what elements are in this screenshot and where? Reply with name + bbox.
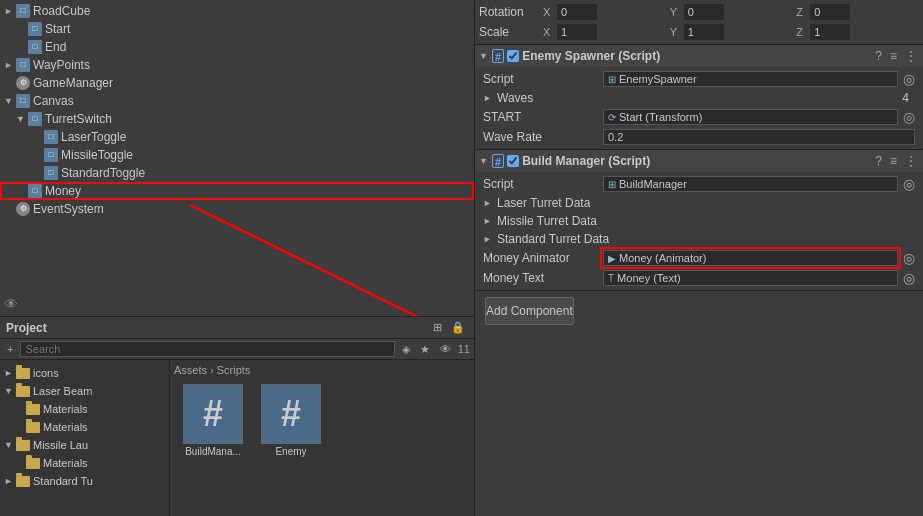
scale-x-input[interactable] (557, 24, 597, 40)
folder-icon (16, 476, 30, 487)
rotation-x-input[interactable] (557, 4, 597, 20)
hierarchy-item-end[interactable]: □ End (0, 38, 474, 56)
scale-z-input[interactable] (810, 24, 850, 40)
selector-btn[interactable]: ◎ (903, 176, 915, 192)
selector-btn[interactable]: ◎ (903, 250, 915, 266)
add-component-btn[interactable]: Add Component (485, 297, 574, 325)
hierarchy-label: GameManager (33, 76, 113, 90)
hierarchy-item-standardtoggle[interactable]: □ StandardToggle (0, 164, 474, 182)
script-name: BuildManager (619, 178, 687, 190)
field-value (603, 129, 915, 145)
money-animator-name: Money (Animator) (619, 252, 706, 264)
z-label: Z (796, 6, 808, 18)
tree-item-materials3[interactable]: Materials (0, 454, 169, 472)
hash-badge: # (492, 154, 504, 168)
add-component-label: Add Component (486, 304, 573, 318)
tree-label: Materials (43, 421, 88, 433)
hierarchy-item-roadcube[interactable]: □ RoadCube (0, 2, 474, 20)
wave-rate-input[interactable] (603, 129, 915, 145)
component-icons: ? ≡ ⋮ (873, 154, 919, 168)
hierarchy-item-missiletoggle[interactable]: □ MissileToggle (0, 146, 474, 164)
hierarchy-label: Canvas (33, 94, 74, 108)
tree-item-materials2[interactable]: Materials (0, 418, 169, 436)
hierarchy-item-eventsystem[interactable]: ⚙ EventSystem (0, 200, 474, 218)
maximize-btn[interactable]: ⊞ (430, 320, 445, 335)
transform-icon: ⟳ (608, 112, 616, 123)
tree-item-materials1[interactable]: Materials (0, 400, 169, 418)
filter-btn[interactable]: ◈ (399, 342, 413, 357)
add-btn[interactable]: + (4, 342, 16, 356)
settings-btn[interactable]: ≡ (888, 154, 899, 168)
hierarchy-item-canvas[interactable]: □ Canvas (0, 92, 474, 110)
missile-foldout[interactable]: Missile Turret Data (479, 212, 919, 230)
standard-foldout[interactable]: Standard Turret Data (479, 230, 919, 248)
selector-btn[interactable]: ◎ (903, 71, 915, 87)
build-manager-header[interactable]: ▼ # Build Manager (Script) ? ≡ ⋮ (475, 150, 923, 172)
expand-arrow (4, 96, 14, 106)
asset-grid: # BuildMana... # Enemy (174, 380, 470, 461)
start-field: START ⟳ Start (Transform) ◎ (479, 107, 919, 127)
laser-foldout[interactable]: Laser Turret Data (479, 194, 919, 212)
asset-item-enemy[interactable]: # Enemy (256, 384, 326, 457)
component-toggle[interactable] (507, 155, 519, 167)
field-value: ▶ Money (Animator) ◎ (603, 250, 915, 266)
arrow-icon (4, 440, 14, 450)
component-toggle[interactable] (507, 50, 519, 62)
search-input[interactable] (20, 341, 394, 357)
lock-btn[interactable]: 🔒 (448, 320, 468, 335)
asset-item-buildmana[interactable]: # BuildMana... (178, 384, 248, 457)
script-icon: ⊞ (608, 179, 616, 190)
waves-foldout[interactable]: Waves 4 (479, 89, 919, 107)
hierarchy-item-waypoints[interactable]: □ WayPoints (0, 56, 474, 74)
tree-item-standardtu[interactable]: Standard Tu (0, 472, 169, 490)
tree-item-missilelau[interactable]: Missile Lau (0, 436, 169, 454)
hierarchy-item-money[interactable]: □ Money (0, 182, 474, 200)
money-animator-ref: ▶ Money (Animator) (603, 250, 898, 266)
hierarchy-item-turretswitch[interactable]: □ TurretSwitch (0, 110, 474, 128)
expand-arrow (4, 60, 14, 70)
project-panel: Project ⊞ 🔒 + ◈ ★ 👁 11 ► i (0, 316, 474, 516)
folder-icon (26, 404, 40, 415)
star-btn[interactable]: ★ (417, 342, 433, 357)
start-label: START (483, 110, 603, 124)
scale-y-input[interactable] (684, 24, 724, 40)
help-btn[interactable]: ? (873, 154, 884, 168)
visibility-icon[interactable]: 👁 (4, 296, 18, 312)
scale-label: Scale (479, 25, 539, 39)
eye-btn[interactable]: 👁 (437, 342, 454, 356)
tree-item-icons[interactable]: ► icons (0, 364, 169, 382)
help-btn[interactable]: ? (873, 49, 884, 63)
hierarchy-item-lasertoggle[interactable]: □ LaserToggle (0, 128, 474, 146)
gear-icon: ⚙ (16, 202, 30, 216)
hierarchy-item-gamemanager[interactable]: ⚙ GameManager (0, 74, 474, 92)
arrow-icon (4, 476, 14, 486)
rotation-y: Y (670, 4, 793, 20)
inspector-panel: Rotation X Y Z Scale (475, 0, 923, 516)
cube-icon: □ (28, 40, 42, 54)
project-title: Project (6, 321, 426, 335)
standard-label: Standard Turret Data (497, 232, 609, 246)
script-field: Script ⊞ BuildManager ◎ (479, 174, 919, 194)
hierarchy-item-start[interactable]: □ Start (0, 20, 474, 38)
selector-btn[interactable]: ◎ (903, 270, 915, 286)
y-label: Y (670, 26, 682, 38)
selector-btn[interactable]: ◎ (903, 109, 915, 125)
more-btn[interactable]: ⋮ (903, 49, 919, 63)
settings-btn[interactable]: ≡ (888, 49, 899, 63)
more-btn[interactable]: ⋮ (903, 154, 919, 168)
hash-icon: # (203, 393, 223, 435)
rotation-z-input[interactable] (810, 4, 850, 20)
start-ref: ⟳ Start (Transform) (603, 109, 898, 125)
script-name: EnemySpawner (619, 73, 697, 85)
tree-label: Materials (43, 457, 88, 469)
hierarchy-label: End (45, 40, 66, 54)
waves-value: 4 (902, 91, 909, 105)
hierarchy-label: LaserToggle (61, 130, 126, 144)
project-assets: Assets › Scripts # BuildMana... (170, 360, 474, 516)
tree-item-laserbeam[interactable]: Laser Beam (0, 382, 169, 400)
enemy-spawner-header[interactable]: ▼ # Enemy Spawner (Script) ? ≡ ⋮ (475, 45, 923, 67)
rotation-y-input[interactable] (684, 4, 724, 20)
money-text-label: Money Text (483, 271, 603, 285)
script-ref: ⊞ BuildManager (603, 176, 898, 192)
cube-icon: □ (16, 4, 30, 18)
